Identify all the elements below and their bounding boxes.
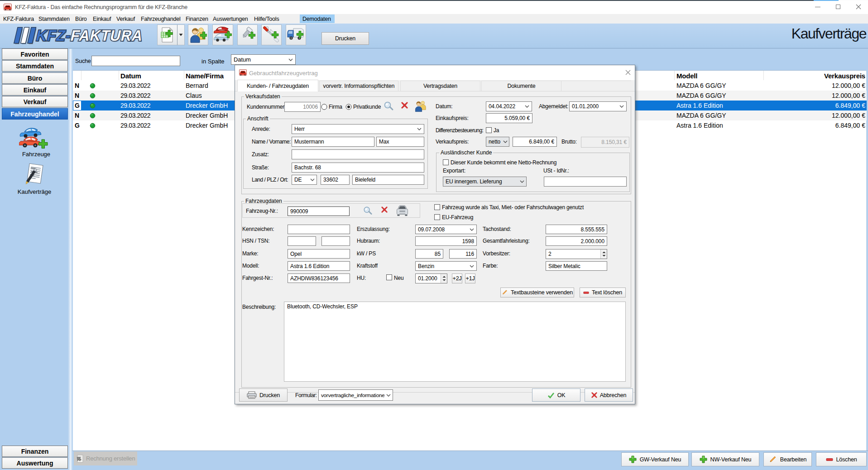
svg-text:KFZ-: KFZ- bbox=[34, 27, 73, 44]
svg-text:FAKTURA: FAKTURA bbox=[69, 27, 145, 44]
